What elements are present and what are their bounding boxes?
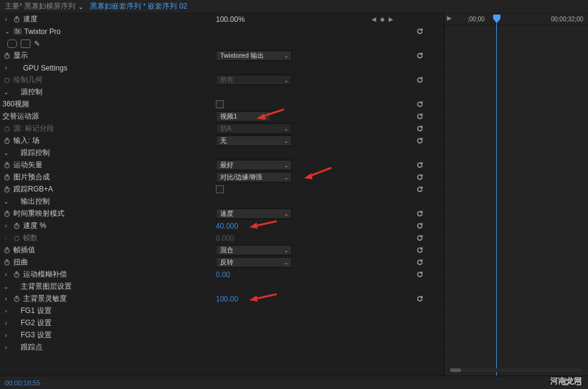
timeline-ruler[interactable]: ;00;00 00;00;32;00 <box>444 13 588 26</box>
draw-geom-dropdown: 所有 ⌄ <box>216 75 292 85</box>
speed-pct-label: 速度 % <box>23 221 46 231</box>
breadcrumb-active[interactable]: 黑寡妇嵌套序列 * 嵌套序列 02 <box>90 1 187 12</box>
reset-icon[interactable] <box>415 258 424 267</box>
twirl-icon[interactable]: › <box>2 16 10 23</box>
reset-icon[interactable] <box>415 51 424 61</box>
stopwatch-icon <box>2 76 11 84</box>
frame-interp-dropdown[interactable]: 混合 ⌄ <box>216 245 292 255</box>
speed-label: 速度 <box>23 14 38 24</box>
row-track-control: ⌄ 跟踪控制 <box>0 147 444 159</box>
rect-mask-icon[interactable] <box>21 40 30 48</box>
output-ctrl-label: 输出控制 <box>21 196 50 207</box>
keyframe-nav[interactable]: ◀ ◆ ▶ <box>372 16 393 22</box>
twirl-icon[interactable]: › <box>2 332 10 339</box>
reset-icon[interactable] <box>415 221 424 231</box>
timeline-nav[interactable]: ▶ <box>447 15 452 21</box>
motion-vector-dropdown[interactable]: 最好 ⌄ <box>216 160 292 170</box>
twirl-icon[interactable]: › <box>2 271 10 278</box>
reset-icon[interactable] <box>415 185 424 194</box>
main-bg-sens-value[interactable]: 100.00 <box>216 295 238 303</box>
warp-label: 扭曲 <box>13 257 28 267</box>
stopwatch-icon[interactable] <box>2 137 11 145</box>
fx-badge[interactable]: fx <box>13 28 22 35</box>
display-dropdown[interactable]: Twixtored 输出 ⌄ <box>216 50 292 61</box>
track-rgba-checkbox[interactable] <box>216 185 224 193</box>
chevron-down-icon[interactable]: ⌄ <box>78 2 84 11</box>
reset-icon[interactable] <box>415 270 424 280</box>
breadcrumb: 主要* 黑寡妇横屏序列 ⌄ 黑寡妇嵌套序列 * 嵌套序列 02 <box>0 0 588 13</box>
reset-icon[interactable] <box>415 75 424 85</box>
ellipse-mask-icon[interactable] <box>7 40 17 48</box>
stopwatch-icon[interactable] <box>2 185 11 194</box>
frame-interp-label: 帧插值 <box>13 245 35 255</box>
twirl-icon[interactable]: › <box>2 308 10 315</box>
speed-value[interactable]: 100.00% <box>216 15 244 24</box>
twirl-icon[interactable]: › <box>2 295 10 303</box>
timeline-zoom-scroller[interactable] <box>450 367 582 373</box>
img-prep-dropdown[interactable]: 对比/边缘增强 ⌄ <box>216 172 292 182</box>
row-alt-motion-source: 交替运动源 视频1 ⌄ <box>0 111 444 123</box>
warp-dropdown[interactable]: 反转 ⌄ <box>216 257 292 267</box>
reset-icon[interactable] <box>415 27 424 36</box>
twirl-icon[interactable]: › <box>2 320 10 327</box>
svg-point-27 <box>14 224 18 229</box>
reset-icon[interactable] <box>415 124 424 134</box>
stopwatch-icon[interactable] <box>2 173 11 182</box>
reset-icon[interactable] <box>415 112 424 122</box>
reset-icon[interactable] <box>415 160 424 170</box>
reset-icon[interactable] <box>415 100 424 109</box>
prev-kf-icon[interactable]: ◀ <box>372 16 376 22</box>
stopwatch-icon[interactable] <box>2 258 11 267</box>
svg-point-42 <box>14 297 18 301</box>
twirl-icon[interactable]: › <box>2 64 10 72</box>
twirl-open-icon[interactable]: ⌄ <box>2 89 10 96</box>
stopwatch-icon[interactable] <box>12 295 21 303</box>
svg-point-21 <box>4 188 9 192</box>
row-fg3: ›FG3 设置 <box>0 329 444 342</box>
main-bg-sens-label: 主背景灵敏度 <box>23 294 67 304</box>
reset-icon[interactable] <box>415 173 424 182</box>
twirl-icon[interactable]: › <box>2 222 10 230</box>
twirl-icon[interactable]: › <box>2 344 10 351</box>
mblur-value[interactable]: 0.00 <box>216 270 230 279</box>
add-kf-icon[interactable]: ◆ <box>380 16 385 22</box>
reset-icon[interactable] <box>415 246 424 255</box>
reset-icon[interactable] <box>415 233 424 243</box>
svg-point-24 <box>4 212 9 216</box>
playhead-line <box>496 23 497 376</box>
video360-checkbox[interactable] <box>216 100 224 108</box>
stopwatch-icon[interactable] <box>2 246 11 255</box>
input-field-dropdown[interactable]: 无 ⌄ <box>216 136 292 146</box>
row-gpu-settings: › GPU Settings <box>0 62 444 74</box>
alt-motion-dropdown[interactable]: 视频1 ⌄ <box>216 111 271 122</box>
row-time-remap-mode: 时间重映射模式 速度 ⌄ <box>0 208 444 220</box>
row-warp: 扭曲 反转 ⌄ <box>0 256 444 269</box>
twirl-open-icon[interactable]: ⌄ <box>2 283 10 291</box>
chevron-down-icon: ⌄ <box>284 126 289 132</box>
row-motion-vector: 运动矢量 最好 ⌄ <box>0 159 444 171</box>
twirl-open-icon[interactable]: ⌄ <box>4 28 11 35</box>
stopwatch-icon[interactable] <box>12 222 21 230</box>
pen-mask-icon[interactable]: ✎ <box>34 40 40 48</box>
row-main-bg-sens: › 主背景灵敏度 100.00 <box>0 293 444 305</box>
reset-icon[interactable] <box>415 209 424 219</box>
speed-pct-value[interactable]: 40.000 <box>216 222 238 230</box>
twirl-open-icon[interactable]: ⌄ <box>2 198 10 205</box>
video360-label: 360视频 <box>2 99 29 109</box>
stopwatch-icon[interactable] <box>2 161 11 170</box>
chevron-down-icon: ⌄ <box>284 138 289 144</box>
next-kf-icon[interactable]: ▶ <box>389 16 393 22</box>
stopwatch-icon[interactable] <box>12 15 21 24</box>
stopwatch-icon[interactable] <box>12 270 21 279</box>
reset-icon[interactable] <box>415 294 424 304</box>
track-ctrl-label: 跟踪控制 <box>21 148 50 158</box>
svg-point-9 <box>4 127 9 131</box>
stopwatch-icon[interactable] <box>2 52 11 60</box>
twirl-icon: › <box>2 235 10 242</box>
timecode[interactable]: 00;00;18;55 <box>5 379 40 387</box>
twirl-open-icon[interactable]: ⌄ <box>2 150 10 157</box>
reset-icon[interactable] <box>415 136 424 146</box>
stopwatch-icon[interactable] <box>2 210 11 218</box>
playhead-icon[interactable] <box>493 15 500 23</box>
time-remap-dropdown[interactable]: 速度 ⌄ <box>216 208 292 219</box>
